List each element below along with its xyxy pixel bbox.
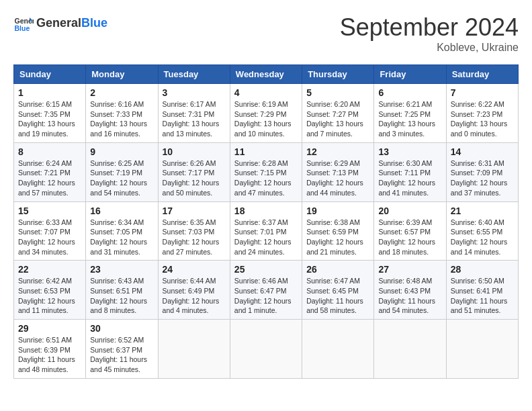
day-info: Sunrise: 6:22 AMSunset: 7:23 PMDaylight:… (451, 99, 514, 139)
day-number: 13 (378, 146, 441, 157)
title-area: September 2024 Kobleve, Ukraine (340, 13, 519, 54)
day-info: Sunrise: 6:50 AMSunset: 6:41 PMDaylight:… (451, 276, 514, 316)
calendar-cell: 8Sunrise: 6:24 AMSunset: 7:21 PMDaylight… (14, 142, 86, 201)
day-number: 16 (90, 205, 153, 216)
day-info: Sunrise: 6:46 AMSunset: 6:47 PMDaylight:… (234, 276, 298, 316)
day-number: 19 (306, 205, 369, 216)
calendar-cell: 12Sunrise: 6:29 AMSunset: 7:13 PMDayligh… (302, 142, 374, 201)
day-info: Sunrise: 6:16 AMSunset: 7:33 PMDaylight:… (90, 99, 153, 139)
day-info: Sunrise: 6:33 AMSunset: 7:07 PMDaylight:… (18, 218, 81, 257)
day-info: Sunrise: 6:39 AMSunset: 6:57 PMDaylight:… (378, 218, 441, 257)
calendar-cell: 9Sunrise: 6:25 AMSunset: 7:19 PMDaylight… (86, 142, 158, 201)
column-header-monday: Monday (86, 65, 158, 84)
calendar-cell: 17Sunrise: 6:35 AMSunset: 7:03 PMDayligh… (158, 201, 230, 261)
calendar-week-row: 29Sunrise: 6:51 AMSunset: 6:39 PMDayligh… (14, 320, 519, 379)
logo: General Blue GeneralBlue (13, 13, 107, 34)
calendar-cell: 5Sunrise: 6:20 AMSunset: 7:27 PMDaylight… (302, 84, 374, 143)
day-number: 27 (378, 264, 441, 275)
calendar-cell (374, 320, 446, 379)
day-info: Sunrise: 6:20 AMSunset: 7:27 PMDaylight:… (306, 99, 369, 139)
day-number: 20 (378, 205, 441, 216)
column-header-thursday: Thursday (302, 65, 374, 84)
svg-text:Blue: Blue (15, 24, 30, 32)
calendar-week-row: 22Sunrise: 6:42 AMSunset: 6:53 PMDayligh… (14, 261, 519, 320)
day-info: Sunrise: 6:19 AMSunset: 7:29 PMDaylight:… (234, 99, 298, 139)
day-number: 18 (234, 205, 298, 216)
day-number: 4 (234, 87, 298, 98)
day-number: 26 (306, 264, 369, 275)
month-title: September 2024 (340, 13, 519, 42)
calendar-cell: 26Sunrise: 6:47 AMSunset: 6:45 PMDayligh… (302, 261, 374, 320)
calendar-week-row: 8Sunrise: 6:24 AMSunset: 7:21 PMDaylight… (14, 142, 519, 201)
day-info: Sunrise: 6:15 AMSunset: 7:35 PMDaylight:… (18, 99, 81, 139)
day-info: Sunrise: 6:43 AMSunset: 6:51 PMDaylight:… (90, 276, 153, 316)
day-info: Sunrise: 6:25 AMSunset: 7:19 PMDaylight:… (90, 158, 153, 198)
day-number: 17 (163, 205, 226, 216)
day-info: Sunrise: 6:26 AMSunset: 7:17 PMDaylight:… (163, 158, 226, 198)
day-info: Sunrise: 6:17 AMSunset: 7:31 PMDaylight:… (163, 99, 226, 139)
calendar-cell: 11Sunrise: 6:28 AMSunset: 7:15 PMDayligh… (230, 142, 302, 201)
calendar-cell: 22Sunrise: 6:42 AMSunset: 6:53 PMDayligh… (14, 261, 86, 320)
calendar-cell (302, 320, 374, 379)
day-info: Sunrise: 6:42 AMSunset: 6:53 PMDaylight:… (18, 276, 81, 316)
calendar-cell: 3Sunrise: 6:17 AMSunset: 7:31 PMDaylight… (158, 84, 230, 143)
day-number: 1 (18, 87, 81, 98)
calendar-cell: 13Sunrise: 6:30 AMSunset: 7:11 PMDayligh… (374, 142, 446, 201)
day-info: Sunrise: 6:31 AMSunset: 7:09 PMDaylight:… (451, 158, 514, 198)
calendar-cell: 29Sunrise: 6:51 AMSunset: 6:39 PMDayligh… (14, 320, 86, 379)
day-info: Sunrise: 6:30 AMSunset: 7:11 PMDaylight:… (378, 158, 441, 198)
calendar-cell (230, 320, 302, 379)
day-info: Sunrise: 6:52 AMSunset: 6:37 PMDaylight:… (90, 335, 153, 375)
calendar-cell: 28Sunrise: 6:50 AMSunset: 6:41 PMDayligh… (446, 261, 518, 320)
header: General Blue GeneralBlue September 2024 … (13, 13, 519, 54)
day-info: Sunrise: 6:29 AMSunset: 7:13 PMDaylight:… (306, 158, 369, 198)
day-info: Sunrise: 6:28 AMSunset: 7:15 PMDaylight:… (234, 158, 298, 198)
day-info: Sunrise: 6:21 AMSunset: 7:25 PMDaylight:… (378, 99, 441, 139)
day-number: 12 (306, 146, 369, 157)
calendar-cell: 6Sunrise: 6:21 AMSunset: 7:25 PMDaylight… (374, 84, 446, 143)
column-header-saturday: Saturday (446, 65, 518, 84)
calendar-cell (446, 320, 518, 379)
day-number: 8 (18, 146, 81, 157)
logo-icon: General Blue (13, 13, 34, 34)
day-info: Sunrise: 6:35 AMSunset: 7:03 PMDaylight:… (163, 218, 226, 257)
day-info: Sunrise: 6:40 AMSunset: 6:55 PMDaylight:… (451, 218, 514, 257)
logo-text: GeneralBlue (36, 17, 107, 30)
calendar-cell: 21Sunrise: 6:40 AMSunset: 6:55 PMDayligh… (446, 201, 518, 261)
calendar-week-row: 15Sunrise: 6:33 AMSunset: 7:07 PMDayligh… (14, 201, 519, 261)
calendar-cell: 7Sunrise: 6:22 AMSunset: 7:23 PMDaylight… (446, 84, 518, 143)
day-number: 21 (451, 205, 514, 216)
day-number: 2 (90, 87, 153, 98)
calendar-week-row: 1Sunrise: 6:15 AMSunset: 7:35 PMDaylight… (14, 84, 519, 143)
calendar-cell: 4Sunrise: 6:19 AMSunset: 7:29 PMDaylight… (230, 84, 302, 143)
day-info: Sunrise: 6:38 AMSunset: 6:59 PMDaylight:… (306, 218, 369, 257)
calendar-cell: 1Sunrise: 6:15 AMSunset: 7:35 PMDaylight… (14, 84, 86, 143)
day-number: 15 (18, 205, 81, 216)
calendar-cell: 30Sunrise: 6:52 AMSunset: 6:37 PMDayligh… (86, 320, 158, 379)
day-number: 6 (378, 87, 441, 98)
calendar-header-row: SundayMondayTuesdayWednesdayThursdayFrid… (14, 65, 519, 84)
day-number: 10 (163, 146, 226, 157)
day-info: Sunrise: 6:44 AMSunset: 6:49 PMDaylight:… (163, 276, 226, 316)
calendar-cell: 25Sunrise: 6:46 AMSunset: 6:47 PMDayligh… (230, 261, 302, 320)
day-number: 24 (163, 264, 226, 275)
day-info: Sunrise: 6:48 AMSunset: 6:43 PMDaylight:… (378, 276, 441, 316)
day-number: 22 (18, 264, 81, 275)
day-info: Sunrise: 6:34 AMSunset: 7:05 PMDaylight:… (90, 218, 153, 257)
day-number: 7 (451, 87, 514, 98)
location-subtitle: Kobleve, Ukraine (340, 42, 519, 54)
day-number: 29 (18, 323, 81, 334)
day-info: Sunrise: 6:47 AMSunset: 6:45 PMDaylight:… (306, 276, 369, 316)
calendar-cell: 27Sunrise: 6:48 AMSunset: 6:43 PMDayligh… (374, 261, 446, 320)
calendar-cell (158, 320, 230, 379)
day-info: Sunrise: 6:24 AMSunset: 7:21 PMDaylight:… (18, 158, 81, 198)
calendar-cell: 20Sunrise: 6:39 AMSunset: 6:57 PMDayligh… (374, 201, 446, 261)
column-header-sunday: Sunday (14, 65, 86, 84)
calendar-table: SundayMondayTuesdayWednesdayThursdayFrid… (13, 64, 519, 379)
day-info: Sunrise: 6:51 AMSunset: 6:39 PMDaylight:… (18, 335, 81, 375)
calendar-cell: 16Sunrise: 6:34 AMSunset: 7:05 PMDayligh… (86, 201, 158, 261)
column-header-tuesday: Tuesday (158, 65, 230, 84)
calendar-cell: 18Sunrise: 6:37 AMSunset: 7:01 PMDayligh… (230, 201, 302, 261)
calendar-cell: 14Sunrise: 6:31 AMSunset: 7:09 PMDayligh… (446, 142, 518, 201)
calendar-cell: 23Sunrise: 6:43 AMSunset: 6:51 PMDayligh… (86, 261, 158, 320)
